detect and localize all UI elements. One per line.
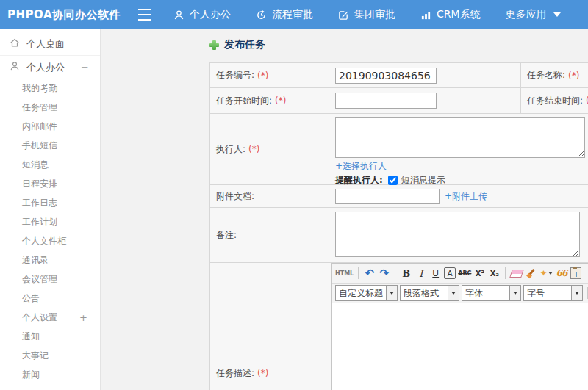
menu-toggle-icon[interactable] xyxy=(138,9,151,21)
sidebar-item-label: 公告 xyxy=(22,292,40,305)
toolbar-separator xyxy=(587,267,587,279)
app-screen: PHPOA协同办公软件 个人办公 流程审批 集团审批 CRM系统 更多应用 xyxy=(0,0,588,390)
sms-remind-checkbox[interactable] xyxy=(388,176,398,185)
bold-button[interactable]: B xyxy=(400,267,412,281)
format-brush-icon[interactable] xyxy=(525,267,537,281)
font-family-select[interactable]: 字体 xyxy=(462,285,521,301)
attachment-label: 附件文档: xyxy=(210,185,331,207)
top-nav-menu: 个人办公 流程审批 集团审批 CRM系统 更多应用 xyxy=(173,8,561,21)
sidebar-item-label: 会议管理 xyxy=(22,273,57,286)
char-border-button[interactable]: A xyxy=(444,267,456,279)
add-plus-icon xyxy=(209,40,219,50)
choose-executor-link[interactable]: +选择执行人 xyxy=(335,161,387,171)
auto-typeset-icon[interactable]: ✦ xyxy=(539,267,553,281)
italic-button[interactable]: I xyxy=(415,267,427,281)
page-title: 发布任务 xyxy=(209,38,265,51)
font-size-select[interactable]: 字号 xyxy=(523,285,583,301)
required-mark: (*) xyxy=(257,71,268,81)
caret-down-icon xyxy=(448,286,459,300)
sidebar-item-announcement[interactable]: 公告 xyxy=(0,289,100,308)
sidebar-item-label: 个人文件柜 xyxy=(22,235,66,248)
remark-label: 备注: xyxy=(210,208,331,262)
remark-cell xyxy=(331,208,588,262)
nav-group-approval[interactable]: 集团审批 xyxy=(338,8,395,21)
caret-down-icon xyxy=(509,286,520,300)
editor-toolbar-row1: HTML ↶ ↷ B I U A ABC X² X₂ xyxy=(332,264,588,284)
blockquote-button[interactable]: 66 xyxy=(555,267,567,281)
editor-content-area[interactable] xyxy=(332,303,588,390)
custom-title-select[interactable]: 自定义标题 xyxy=(335,285,398,301)
sidebar-item-memorabilia[interactable]: 大事记 xyxy=(0,346,100,365)
start-time-input[interactable] xyxy=(335,93,437,109)
sidebar-item-file-cabinet[interactable]: 个人文件柜 xyxy=(0,231,100,250)
caret-down-icon xyxy=(571,286,582,300)
sidebar-item-label: 日程安排 xyxy=(22,178,57,190)
subscript-button[interactable]: X₂ xyxy=(488,267,501,281)
redo-icon[interactable]: ↷ xyxy=(378,267,390,281)
nav-personal-office[interactable]: 个人办公 xyxy=(173,8,231,21)
app-logo: PHPOA协同办公软件 xyxy=(0,8,138,22)
eraser-icon[interactable] xyxy=(510,267,523,281)
required-mark: (*) xyxy=(248,144,259,154)
attachment-upload-link[interactable]: +附件上传 xyxy=(445,190,487,203)
attachment-cell: +附件上传 xyxy=(331,185,588,207)
sidebar-item-mobile-sms[interactable]: 手机短信 xyxy=(0,136,100,155)
main-content: 发布任务 任务编号:(*) 任务名称:(*) 任务开始时间:(*) xyxy=(101,29,588,390)
sidebar-item-work-log[interactable]: 工作日志 xyxy=(0,193,100,212)
collapse-icon[interactable]: − xyxy=(81,62,89,73)
top-navigation-bar: PHPOA协同办公软件 个人办公 流程审批 集团审批 CRM系统 更多应用 xyxy=(0,0,588,29)
remark-textarea[interactable] xyxy=(335,212,580,257)
sidebar-item-internal-mail[interactable]: 内部邮件 xyxy=(0,117,100,136)
undo-icon[interactable]: ↶ xyxy=(363,267,376,281)
sidebar-item-personal-office[interactable]: 个人办公 − xyxy=(0,56,100,79)
strikethrough-button[interactable]: ABC xyxy=(458,267,471,281)
description-cell: HTML ↶ ↷ B I U A ABC X² X₂ xyxy=(331,263,588,390)
sidebar-item-label: 大事记 xyxy=(22,350,49,362)
sidebar-item-label: 工作计划 xyxy=(22,216,57,228)
paragraph-format-select[interactable]: 段落格式 xyxy=(400,285,459,301)
nav-workflow-approval[interactable]: 流程审批 xyxy=(256,8,313,21)
rich-text-editor: HTML ↶ ↷ B I U A ABC X² X₂ xyxy=(331,263,588,390)
process-icon xyxy=(256,10,267,21)
caret-down-icon xyxy=(386,286,397,300)
expand-icon[interactable]: + xyxy=(79,312,87,323)
sidebar-item-label: 通讯录 xyxy=(22,254,49,267)
sidebar-item-task-management[interactable]: 任务管理 xyxy=(0,98,100,117)
executor-label: 执行人:(*) xyxy=(210,114,331,184)
task-no-label: 任务编号:(*) xyxy=(210,63,331,87)
sidebar-item-schedule[interactable]: 日程安排 xyxy=(0,174,100,193)
underline-button[interactable]: U xyxy=(429,267,442,281)
superscript-button[interactable]: X² xyxy=(473,267,486,281)
paste-text-icon[interactable]: T xyxy=(570,267,582,281)
sidebar-item-label: 通知 xyxy=(22,331,40,343)
sidebar-item-meeting-management[interactable]: 会议管理 xyxy=(0,270,100,289)
start-time-label: 任务开始时间:(*) xyxy=(210,88,331,113)
chart-icon xyxy=(420,10,431,21)
nav-label: 流程审批 xyxy=(272,8,313,21)
nav-label: CRM系统 xyxy=(437,8,481,21)
sidebar-item-contacts[interactable]: 通讯录 xyxy=(0,250,100,270)
publish-task-form: 任务编号:(*) 任务名称:(*) 任务开始时间:(*) xyxy=(209,62,588,390)
sidebar-item-personal-desktop[interactable]: 个人桌面 xyxy=(0,32,100,56)
source-code-button[interactable]: HTML xyxy=(335,267,354,281)
sidebar-item-personal-settings[interactable]: 个人设置+ xyxy=(0,308,100,327)
sidebar-item-my-attendance[interactable]: 我的考勤 xyxy=(0,79,100,98)
toolbar-separator xyxy=(358,267,359,279)
edit-icon xyxy=(338,10,349,21)
required-mark: (*) xyxy=(568,71,579,81)
nav-crm[interactable]: CRM系统 xyxy=(420,8,481,21)
required-mark: (*) xyxy=(257,368,268,378)
executor-textarea[interactable] xyxy=(335,117,585,158)
caret-down-icon xyxy=(553,12,561,17)
sidebar-item-news[interactable]: 新闻 xyxy=(0,365,100,384)
nav-label: 个人办公 xyxy=(190,8,231,21)
task-no-input[interactable] xyxy=(335,68,437,84)
sidebar-item-short-message[interactable]: 短消息 xyxy=(0,155,100,174)
sidebar-item-work-plan[interactable]: 工作计划 xyxy=(0,212,100,231)
sidebar-item-label: 任务管理 xyxy=(22,101,57,114)
task-name-label: 任务名称:(*) xyxy=(521,63,588,87)
sidebar-item-label: 内部邮件 xyxy=(22,120,57,133)
sidebar-item-notice[interactable]: 通知 xyxy=(0,327,100,346)
nav-more-apps[interactable]: 更多应用 xyxy=(506,8,561,21)
attachment-input[interactable] xyxy=(335,189,440,204)
